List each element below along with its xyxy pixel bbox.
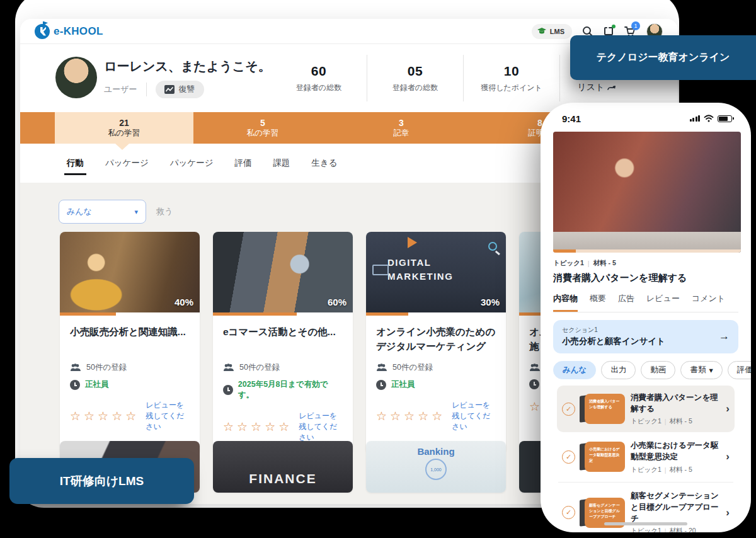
- lms-badge-label: LMS: [550, 28, 564, 35]
- tab-contents[interactable]: 内容物: [553, 293, 578, 312]
- app-logo[interactable]: e-KHOOL: [35, 24, 103, 39]
- status-time: 9:41: [562, 113, 581, 124]
- course-card-finance[interactable]: FINANCE: [213, 441, 353, 493]
- star-icon[interactable]: ☆: [376, 409, 390, 423]
- star-icon[interactable]: ☆: [70, 409, 84, 423]
- star-rating[interactable]: ☆☆☆☆☆: [70, 409, 139, 423]
- leave-review-link[interactable]: レビューを残してください: [452, 400, 496, 432]
- enrollment-count: 50件の登録: [239, 362, 280, 373]
- section-title: 小売分析と顧客インサイト: [562, 336, 665, 347]
- clock-icon: [529, 379, 539, 389]
- tab-ads[interactable]: 広告: [618, 293, 634, 312]
- lesson-item-material: 材料 - 5: [670, 466, 692, 474]
- course-card-digital-marketing[interactable]: DIGITAL MARKETING 30% オンライン小売業のためのデジタルマー…: [366, 232, 506, 454]
- review-badge-label: 復讐: [179, 84, 195, 95]
- course-card-body: 小売販売分析と関連知識... 50件の登録 正社員 ☆☆☆☆☆ レビューを残して…: [60, 316, 200, 444]
- subtab-live[interactable]: 生きる: [311, 149, 339, 178]
- star-icon[interactable]: ☆: [418, 409, 432, 423]
- course-card-banking[interactable]: Banking 1,000: [366, 441, 506, 493]
- star-icon[interactable]: ☆: [251, 420, 265, 433]
- star-icon[interactable]: ☆: [84, 409, 98, 423]
- subtab-activity[interactable]: 行動: [66, 149, 85, 178]
- course-image: FINANCE: [213, 441, 353, 493]
- user-role-label: ユーザー: [104, 84, 137, 95]
- stat-value: 10: [464, 64, 559, 79]
- lesson-hero-image: [553, 132, 741, 253]
- arrow-right-icon[interactable]: →: [719, 330, 730, 343]
- star-icon[interactable]: ☆: [265, 420, 278, 433]
- star-icon[interactable]: ☆: [125, 409, 139, 423]
- tab-comments[interactable]: コメント: [692, 293, 725, 312]
- subtab-assessment[interactable]: 評価: [234, 149, 253, 178]
- lesson-item-1[interactable]: ✓ 消費者購入パターンを理解する 消費者購入パターンを理解する トピック1 | …: [557, 386, 735, 432]
- star-icon[interactable]: ☆: [432, 409, 445, 423]
- stat-label: 獲得したポイント: [464, 83, 559, 93]
- validity-text: 2025年5月8日まで有効です。: [238, 379, 343, 401]
- subtab-packages-1[interactable]: パッケージ: [104, 149, 150, 178]
- lesson-item-topic: トピック1: [631, 417, 662, 426]
- chip-output[interactable]: 出力: [601, 361, 636, 379]
- active-tab-pointer: [115, 144, 129, 150]
- divider: [146, 83, 147, 96]
- lesson-item-text: 消費者購入パターンを理解する トピック1 | 材料 - 5: [631, 392, 719, 426]
- chart-icon: [164, 85, 175, 94]
- chip-video[interactable]: 動画: [641, 361, 675, 379]
- review-badge[interactable]: 復讐: [156, 81, 204, 98]
- divider: |: [665, 527, 667, 532]
- star-icon[interactable]: ☆: [223, 420, 237, 433]
- star-icon[interactable]: ☆: [98, 409, 112, 423]
- chevron-right-icon[interactable]: ›: [724, 403, 730, 415]
- course-image-text: Banking: [417, 446, 454, 457]
- star-icon[interactable]: ☆: [112, 409, 125, 423]
- user-avatar[interactable]: [55, 57, 97, 98]
- divider: |: [665, 466, 667, 474]
- enrollment-row: 50件の登録: [376, 362, 496, 373]
- course-image: DIGITAL MARKETING 30%: [366, 232, 506, 312]
- chip-all[interactable]: みんな: [553, 361, 596, 379]
- course-card-ecommerce[interactable]: 60% eコマース活動とその他... 50件の登録 2025年5月8日まで有効で…: [213, 232, 353, 454]
- lesson-item-title: 顧客セグメンテーションと目標グループアプローチ: [631, 490, 719, 524]
- star-icon[interactable]: ☆: [237, 420, 251, 433]
- star-icon[interactable]: ☆: [404, 409, 418, 423]
- rating-row: ☆☆☆☆☆ レビューを残してください: [223, 411, 343, 443]
- tab-badges[interactable]: 3 記章: [332, 112, 471, 144]
- chevron-right-icon[interactable]: ›: [724, 507, 730, 519]
- lesson-item-2[interactable]: ✓ 小売業におけるデータ駆動型意思決定 小売業におけるデータ駆動型意思決定 トピ…: [558, 432, 733, 482]
- star-icon[interactable]: ☆: [278, 420, 292, 433]
- lesson-thumbnail: 消費者購入パターンを理解する: [581, 394, 625, 424]
- subtab-packages-2[interactable]: パッケージ: [169, 149, 215, 178]
- list-arrow-icon: [607, 84, 617, 91]
- star-icon[interactable]: ☆: [390, 409, 404, 423]
- tab-reviews[interactable]: レビュー: [646, 293, 680, 312]
- tab-overview[interactable]: 概要: [590, 293, 606, 312]
- subtab-assignments[interactable]: 課題: [272, 149, 292, 178]
- divider: [559, 55, 560, 101]
- star-rating[interactable]: ☆☆☆☆☆: [376, 409, 445, 423]
- star-rating[interactable]: ☆☆☆☆☆: [223, 420, 292, 434]
- chip-assessment[interactable]: 評価: [728, 361, 751, 379]
- clock-icon: [376, 380, 386, 390]
- course-card-retail-analytics[interactable]: 40% 小売販売分析と関連知識... 50件の登録 正社員 ☆☆☆☆☆: [60, 232, 200, 454]
- tab-my-learning-active[interactable]: 21 私の学習: [55, 112, 193, 144]
- lesson-item-text: 小売業におけるデータ駆動型意思決定 トピック1 | 材料 - 5: [631, 440, 719, 474]
- list-link[interactable]: リスト: [560, 82, 634, 93]
- lms-badge[interactable]: LMS: [532, 24, 572, 39]
- banking-amount: 1,000: [425, 459, 447, 480]
- rating-row: ☆☆☆☆☆ レビューを残してください: [376, 400, 496, 432]
- leave-review-link[interactable]: レビューを残してください: [146, 400, 190, 432]
- tab-count: 3: [399, 118, 404, 128]
- stat-points-earned: 10 獲得したポイント: [464, 64, 559, 93]
- chip-documents[interactable]: 書類▾: [680, 361, 722, 379]
- filter-dropdown[interactable]: みんな ▾: [59, 200, 146, 224]
- list-link-label: リスト: [578, 82, 605, 93]
- lesson-item-text: 顧客セグメンテーションと目標グループアプローチ トピック1 | 材料 - 20: [631, 490, 719, 533]
- mail-icon: [372, 265, 389, 275]
- tab-my-learning-2[interactable]: 5 私の学習: [193, 112, 332, 144]
- chevron-right-icon[interactable]: ›: [724, 450, 730, 463]
- home-indicator[interactable]: [604, 522, 687, 525]
- section-card[interactable]: セクション1 小売分析と顧客インサイト →: [553, 320, 738, 353]
- check-circle-icon: ✓: [562, 403, 575, 416]
- clock-icon: [70, 380, 80, 390]
- leave-review-link[interactable]: レビューを残してください: [299, 411, 343, 443]
- course-card-body: eコマース活動とその他... 50件の登録 2025年5月8日まで有効です。 ☆…: [213, 316, 353, 454]
